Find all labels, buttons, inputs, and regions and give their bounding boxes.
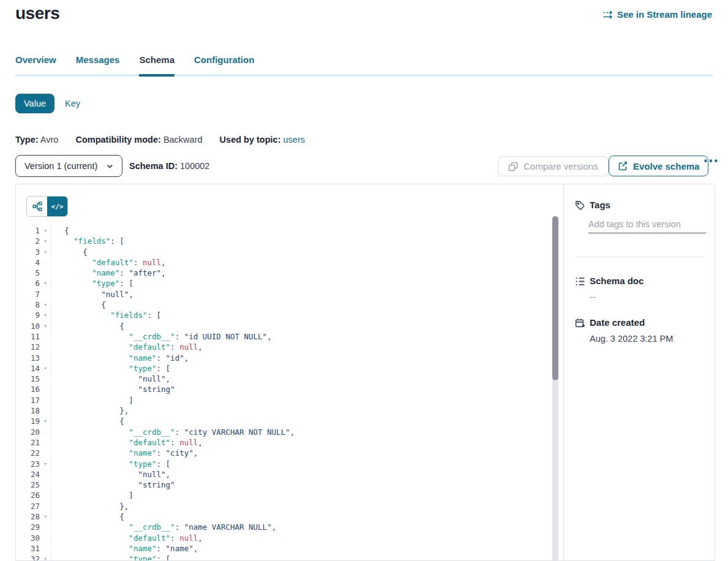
line-number: 14 <box>16 363 40 374</box>
code-line: 28▾ { <box>16 511 552 522</box>
fold-spacer <box>40 353 51 363</box>
tab-configuration[interactable]: Configuration <box>194 55 254 74</box>
tab-messages[interactable]: Messages <box>76 55 120 74</box>
compare-versions-button[interactable]: Compare versions <box>498 156 609 176</box>
fold-spacer <box>40 331 51 342</box>
line-number: 4 <box>16 257 40 268</box>
key-toggle-button[interactable]: Key <box>61 94 84 113</box>
schema-id-value: 100002 <box>180 161 209 171</box>
fold-toggle-icon[interactable]: ▾ <box>40 278 51 288</box>
code-line: 10▾ { <box>16 321 552 331</box>
fold-spacer <box>40 543 51 554</box>
code-line: 17 ] <box>16 395 552 405</box>
code-line: 2▾ "fields": [ <box>16 236 552 246</box>
line-number: 3 <box>16 247 40 257</box>
editor-view-toggle: </> <box>26 196 68 217</box>
line-number: 6 <box>16 278 40 288</box>
code-line: 25 "string" <box>16 480 552 490</box>
compare-versions-icon <box>508 162 518 171</box>
fold-toggle-icon[interactable]: ▾ <box>40 459 51 469</box>
fold-toggle-icon[interactable]: ▾ <box>40 299 51 310</box>
fold-spacer <box>40 480 51 490</box>
code-line: 7 "null", <box>16 289 552 299</box>
version-select-value: Version 1 (current) <box>24 161 105 171</box>
fold-toggle-icon[interactable]: ▾ <box>40 511 51 522</box>
line-number: 24 <box>16 469 40 480</box>
fold-toggle-icon[interactable]: ▾ <box>40 554 51 561</box>
line-number: 13 <box>16 353 40 363</box>
code-line: 21 "default": null, <box>16 437 552 448</box>
fold-toggle-icon[interactable]: ▾ <box>40 236 51 246</box>
code-line-text: "default": null, <box>51 437 203 448</box>
evolve-schema-label: Evolve schema <box>633 161 699 171</box>
tree-view-button[interactable] <box>27 197 47 216</box>
tags-section-title: Tags <box>590 200 610 210</box>
fold-toggle-icon[interactable]: ▾ <box>40 416 51 426</box>
line-number: 31 <box>16 543 40 554</box>
schema-doc-value: -- <box>590 292 596 302</box>
date-created-value: Aug. 3 2022 3:21 PM <box>590 334 673 344</box>
code-line: 6▾ "type": [ <box>16 278 552 288</box>
topic-link[interactable]: users <box>283 135 305 145</box>
evolve-schema-button[interactable]: Evolve schema <box>609 156 708 176</box>
date-created-title: Date created <box>590 317 645 328</box>
code-line: 9▾ "fields": [ <box>16 310 552 320</box>
code-line-text: "default": null, <box>51 342 203 352</box>
fold-spacer <box>40 289 51 299</box>
code-line: 29 "__crdb__": "name VARCHAR NULL", <box>16 522 552 532</box>
fold-spacer <box>40 437 51 448</box>
tag-icon <box>575 200 585 211</box>
code-line: 32▾ "type": [ <box>16 554 552 561</box>
line-number: 12 <box>16 342 40 352</box>
code-line: 24 "null", <box>16 469 552 480</box>
fold-spacer <box>40 257 51 268</box>
line-number: 19 <box>16 416 40 426</box>
code-line-text: "type": [ <box>51 459 170 469</box>
fold-toggle-icon[interactable]: ▾ <box>40 225 51 236</box>
line-number: 26 <box>16 490 40 500</box>
compatibility-value: Backward <box>163 135 203 145</box>
calendar-plus-icon <box>575 318 585 328</box>
code-line-text: }, <box>51 405 129 416</box>
line-number: 25 <box>16 480 40 490</box>
tab-overview[interactable]: Overview <box>15 55 56 74</box>
line-number: 28 <box>16 511 40 522</box>
more-actions-button[interactable]: ⋯ <box>699 152 723 169</box>
fold-toggle-icon[interactable]: ▾ <box>40 363 51 374</box>
code-line-text: "null", <box>51 469 170 480</box>
code-line: 23▾ "type": [ <box>16 459 552 469</box>
fold-toggle-icon[interactable]: ▾ <box>40 321 51 331</box>
line-number: 20 <box>16 427 40 437</box>
schema-doc-icon <box>575 276 585 287</box>
fold-toggle-icon[interactable]: ▾ <box>40 247 51 257</box>
code-line: 13 "name": "id", <box>16 353 552 363</box>
stream-lineage-link[interactable]: See in Stream lineage <box>602 9 712 20</box>
fold-toggle-icon[interactable]: ▾ <box>40 310 51 320</box>
schema-doc-title: Schema doc <box>590 276 644 286</box>
sidebar-divider-line <box>563 184 564 561</box>
line-number: 22 <box>16 448 40 458</box>
stream-lineage-label: See in Stream lineage <box>617 9 712 20</box>
fold-spacer <box>40 448 51 458</box>
line-number: 11 <box>16 331 40 342</box>
code-line-text: "string" <box>51 480 175 490</box>
fold-spacer <box>40 395 51 405</box>
code-view-button[interactable]: </> <box>47 197 67 216</box>
tags-input[interactable] <box>588 215 706 233</box>
line-number: 9 <box>16 310 40 320</box>
line-number: 29 <box>16 522 40 532</box>
code-line: 14▾ "type": [ <box>16 363 552 374</box>
code-line-text: "string" <box>51 384 175 394</box>
fold-spacer <box>40 384 51 394</box>
line-number: 10 <box>16 321 40 331</box>
editor-scrollbar-thumb[interactable] <box>552 216 558 380</box>
code-line-text: { <box>51 247 88 257</box>
tab-schema[interactable]: Schema <box>139 55 174 74</box>
code-line-text: "default": null, <box>51 257 166 268</box>
value-toggle-button[interactable]: Value <box>15 94 54 113</box>
line-number: 15 <box>16 374 40 384</box>
version-select[interactable]: Version 1 (current) <box>15 155 122 177</box>
fold-spacer <box>40 533 51 543</box>
code-line-text: "null", <box>51 289 133 299</box>
code-line-text: { <box>51 416 124 426</box>
